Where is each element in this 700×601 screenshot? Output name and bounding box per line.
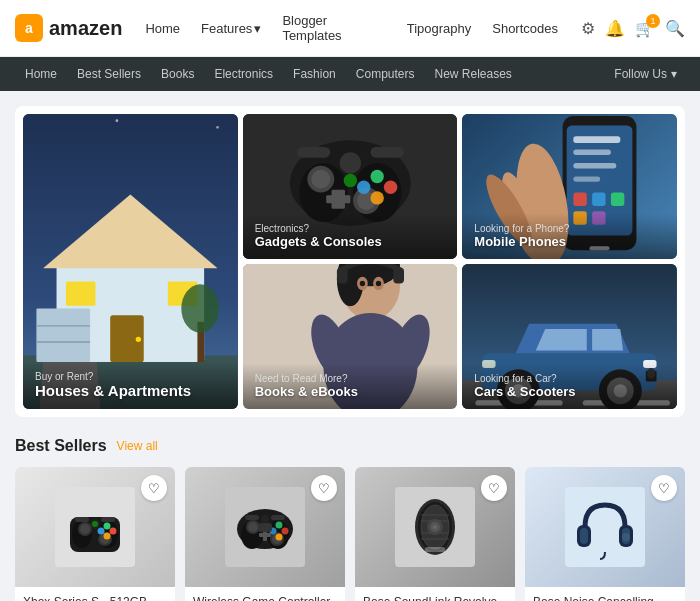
best-sellers-title: Best Sellers (15, 437, 107, 455)
product-info: Xbox Series S - 512GB SSD Console with W… (15, 587, 175, 601)
hero-cars-overlay: Looking for a Car? Cars & Scooters (462, 363, 677, 409)
svg-point-123 (433, 525, 437, 529)
svg-rect-65 (393, 267, 404, 283)
nav-blogger[interactable]: Blogger Templates (274, 8, 393, 48)
product-card: ♡ Xbox Series S - 512GB SSD Console with… (15, 467, 175, 601)
svg-point-13 (181, 284, 219, 332)
nav-features[interactable]: Features ▾ (193, 16, 269, 41)
hero-cars-title: Cars & Scooters (474, 384, 665, 399)
logo-icon: a (15, 14, 43, 42)
svg-point-95 (104, 533, 111, 540)
product-info: Bose SoundLink Revolve (Series II) Porta… (355, 587, 515, 601)
nav-home[interactable]: Home (137, 16, 188, 41)
subnav-books[interactable]: Books (151, 57, 204, 91)
svg-rect-41 (574, 163, 617, 168)
hero-books-overlay: Need to Read More? Books & eBooks (243, 363, 458, 409)
product-name: Bose SoundLink Revolve (Series II) Porta… (363, 595, 507, 601)
svg-point-62 (359, 281, 364, 286)
wishlist-button[interactable]: ♡ (651, 475, 677, 501)
wishlist-button[interactable]: ♡ (481, 475, 507, 501)
settings-icon[interactable]: ⚙ (581, 19, 595, 38)
hero-phones-subtitle: Looking for a Phone? (474, 223, 665, 234)
subnav-fashion[interactable]: Fashion (283, 57, 346, 91)
svg-point-105 (248, 522, 258, 532)
search-icon[interactable]: 🔍 (665, 19, 685, 38)
cart-icon[interactable]: 🛒 1 (635, 19, 655, 38)
best-sellers-view-all[interactable]: View all (117, 439, 158, 453)
subnav-best-sellers[interactable]: Best Sellers (67, 57, 151, 91)
svg-rect-23 (296, 147, 330, 158)
svg-point-29 (370, 170, 383, 183)
svg-point-94 (98, 528, 105, 535)
main-content: Buy or Rent? Houses & Apartments (0, 91, 700, 601)
svg-rect-8 (36, 308, 90, 362)
product-card: ♡ Wireless Game Controller Compatible wi… (185, 467, 345, 601)
product-name: Xbox Series S - 512GB SSD Console with W… (23, 595, 167, 601)
subnav-new-releases[interactable]: New Releases (424, 57, 521, 91)
best-sellers-header: Best Sellers View all (15, 437, 685, 455)
hero-phones[interactable]: Looking for a Phone? Mobile Phones (462, 114, 677, 259)
svg-rect-45 (611, 193, 624, 206)
nav-shortcodes[interactable]: Shortcodes (484, 16, 566, 41)
wishlist-button[interactable]: ♡ (141, 475, 167, 501)
hero-books-title: Books & eBooks (255, 384, 446, 399)
notification-icon[interactable]: 🔔 (605, 19, 625, 38)
svg-point-93 (110, 528, 117, 535)
header-icons: ⚙ 🔔 🛒 1 🔍 (581, 19, 685, 38)
hero-houses-title: Houses & Apartments (35, 382, 226, 399)
product-info: Bose Noise Cancelling Headphones 700, Ov… (525, 587, 685, 601)
svg-point-30 (384, 180, 397, 193)
svg-point-109 (282, 528, 289, 535)
svg-rect-44 (592, 193, 605, 206)
subnav-electronics[interactable]: Electronics (204, 57, 283, 91)
chevron-down-icon: ▾ (254, 21, 261, 36)
svg-rect-39 (574, 136, 621, 143)
hero-books[interactable]: Need to Read More? Books & eBooks (243, 264, 458, 409)
wishlist-button[interactable]: ♡ (311, 475, 337, 501)
svg-point-17 (216, 126, 219, 129)
svg-point-103 (261, 515, 269, 523)
hero-phones-overlay: Looking for a Phone? Mobile Phones (462, 213, 677, 259)
product-card: ♡ Bose Noise Cancelling Headphones 700, … (525, 467, 685, 601)
hero-cars-subtitle: Looking for a Car? (474, 373, 665, 384)
hero-houses-subtitle: Buy or Rent? (35, 371, 226, 382)
svg-rect-42 (574, 176, 601, 181)
cart-badge: 1 (646, 14, 660, 28)
hero-gadgets[interactable]: Electronics? Gadgets & Consoles (243, 114, 458, 259)
xbox-image-svg (55, 487, 135, 567)
svg-point-15 (116, 119, 119, 122)
svg-point-96 (92, 521, 98, 527)
svg-rect-43 (574, 193, 587, 206)
nav-tipography[interactable]: Tipography (399, 16, 480, 41)
hero-houses-overlay: Buy or Rent? Houses & Apartments (23, 361, 238, 409)
logo[interactable]: a amazen (15, 14, 122, 42)
svg-rect-113 (271, 515, 285, 520)
svg-point-108 (276, 522, 283, 529)
subnav-computers[interactable]: Computers (346, 57, 425, 91)
svg-rect-98 (101, 517, 115, 522)
product-card: ♡ Bose SoundLink Revolve (Series II) Por… (355, 467, 515, 601)
svg-point-35 (343, 174, 356, 187)
chevron-down-icon: ▾ (671, 67, 677, 81)
hero-houses[interactable]: Buy or Rent? Houses & Apartments (23, 114, 238, 409)
follow-us[interactable]: Follow Us ▾ (606, 57, 685, 91)
svg-rect-128 (425, 547, 445, 552)
hero-gadgets-title: Gadgets & Consoles (255, 234, 446, 249)
hero-books-subtitle: Need to Read More? (255, 373, 446, 384)
hero-phones-title: Mobile Phones (474, 234, 665, 249)
subnav-home[interactable]: Home (15, 57, 67, 91)
svg-point-63 (375, 281, 380, 286)
svg-point-31 (357, 180, 370, 193)
hero-gadgets-subtitle: Electronics? (255, 223, 446, 234)
sub-nav: Home Best Sellers Books Electronics Fash… (0, 57, 700, 91)
product-name: Wireless Game Controller Compatible with… (193, 595, 337, 601)
svg-point-32 (370, 191, 383, 204)
svg-rect-112 (245, 515, 259, 520)
hero-grid-container: Buy or Rent? Houses & Apartments (15, 106, 685, 417)
hero-cars[interactable]: Looking for a Car? Cars & Scooters (462, 264, 677, 409)
header: a amazen Home Features ▾ Blogger Templat… (0, 0, 700, 57)
svg-rect-24 (370, 147, 404, 158)
svg-point-26 (311, 170, 330, 189)
svg-point-92 (104, 523, 111, 530)
headphones-image-svg (565, 487, 645, 567)
